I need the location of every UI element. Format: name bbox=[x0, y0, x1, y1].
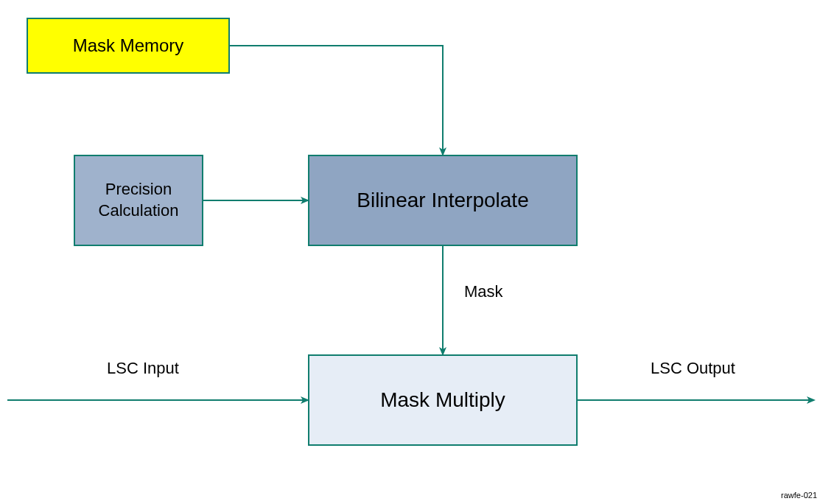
block-bilinear-interpolate: Bilinear Interpolate bbox=[308, 155, 578, 246]
block-label: Bilinear Interpolate bbox=[357, 189, 528, 212]
block-mask-multiply: Mask Multiply bbox=[308, 354, 578, 446]
block-mask-memory: Mask Memory bbox=[27, 18, 230, 74]
edge-label-mask: Mask bbox=[464, 282, 503, 301]
block-label: Mask Multiply bbox=[380, 388, 505, 412]
block-label: Mask Memory bbox=[73, 35, 184, 56]
block-precision-calculation: Precision Calculation bbox=[74, 155, 203, 246]
edge-label-lsc-input: LSC Input bbox=[107, 359, 179, 378]
edge-label-lsc-output: LSC Output bbox=[651, 359, 735, 378]
figure-id: rawfe-021 bbox=[781, 491, 817, 500]
block-label: Precision Calculation bbox=[99, 179, 179, 221]
